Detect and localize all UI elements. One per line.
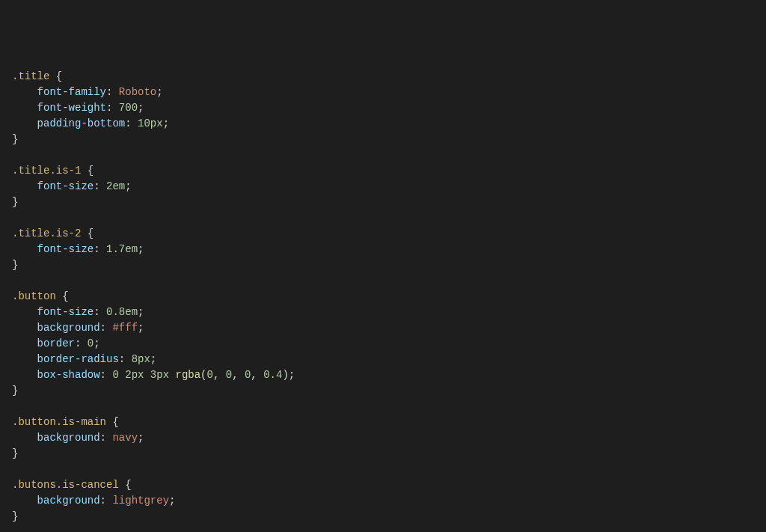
css-selector-line: .butons.is-cancel {	[12, 477, 754, 493]
css-property: font-weight	[37, 102, 106, 114]
css-declaration: font-size: 2em;	[12, 179, 754, 195]
css-value: Roboto	[119, 86, 156, 98]
css-declaration: border: 0;	[12, 336, 754, 352]
css-declaration: border-radius: 8px;	[12, 352, 754, 367]
css-selector: .title	[12, 70, 49, 82]
css-selector-line: .title.is-2 {	[12, 226, 754, 242]
css-value: 0	[88, 337, 94, 349]
css-selector-line: .button.is-main {	[12, 415, 754, 430]
blank-line	[12, 210, 754, 226]
css-declaration: font-family: Roboto;	[12, 85, 754, 100]
css-property: font-size	[37, 180, 94, 192]
css-property: background	[37, 432, 100, 444]
css-declaration: padding-bottom: 10px;	[12, 116, 754, 132]
blank-line	[12, 525, 754, 532]
css-brace-close: }	[12, 446, 754, 462]
code-editor[interactable]: .title { font-family: Roboto; font-weigh…	[12, 69, 754, 532]
css-property: font-size	[37, 306, 94, 318]
css-property: background	[37, 495, 100, 507]
css-property: font-family	[37, 86, 106, 98]
css-value: 2em	[106, 180, 125, 192]
css-brace-close: }	[12, 383, 754, 399]
css-declaration: font-size: 1.7em;	[12, 242, 754, 257]
css-selector-line: .title {	[12, 69, 754, 85]
css-selector-line: .button {	[12, 289, 754, 305]
css-brace-close: }	[12, 132, 754, 147]
css-value: 0.8em	[106, 306, 138, 318]
css-declaration: font-size: 0.8em;	[12, 305, 754, 320]
css-value: 700	[119, 102, 138, 114]
blank-line	[12, 147, 754, 163]
css-value: 0 2px 3px rgba(0, 0, 0, 0.4)	[112, 369, 288, 381]
blank-line	[12, 273, 754, 289]
css-declaration: background: navy;	[12, 430, 754, 446]
css-declaration: font-weight: 700;	[12, 100, 754, 116]
css-value: 8px	[132, 353, 150, 365]
css-selector-line: .title.is-1 {	[12, 163, 754, 179]
css-property: border	[37, 337, 75, 349]
blank-line	[12, 462, 754, 477]
css-value: navy	[112, 432, 138, 444]
css-property: background	[37, 322, 100, 334]
css-selector: .butons.is-cancel	[12, 479, 119, 491]
css-selector: .button.is-main	[12, 416, 106, 428]
css-value: 1.7em	[106, 243, 138, 255]
css-value: 10px	[138, 117, 163, 129]
css-selector: .title.is-2	[12, 227, 81, 239]
css-brace-close: }	[12, 509, 754, 525]
css-declaration: background: lightgrey;	[12, 493, 754, 509]
css-property: border-radius	[37, 353, 119, 365]
css-brace-close: }	[12, 257, 754, 273]
css-selector: .button	[12, 290, 56, 302]
css-declaration: box-shadow: 0 2px 3px rgba(0, 0, 0, 0.4)…	[12, 367, 754, 383]
css-selector: .title.is-1	[12, 165, 81, 177]
blank-line	[12, 399, 754, 415]
css-property: padding-bottom	[37, 117, 126, 129]
css-value: lightgrey	[112, 495, 169, 507]
css-value: #fff	[112, 322, 138, 334]
css-declaration: background: #fff;	[12, 320, 754, 336]
css-property: box-shadow	[37, 369, 100, 381]
css-property: font-size	[37, 243, 94, 255]
css-brace-close: }	[12, 195, 754, 210]
